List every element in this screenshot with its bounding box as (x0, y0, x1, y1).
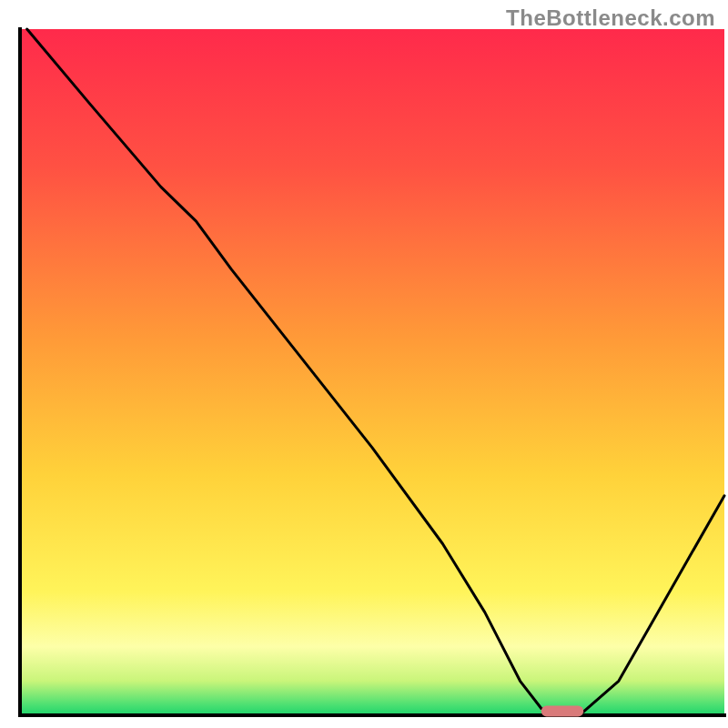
plot-background (20, 29, 724, 715)
watermark-text: TheBottleneck.com (506, 5, 715, 31)
chart-container: TheBottleneck.com (0, 0, 728, 728)
bottleneck-line-chart (0, 0, 728, 728)
highlight-marker (541, 705, 583, 716)
